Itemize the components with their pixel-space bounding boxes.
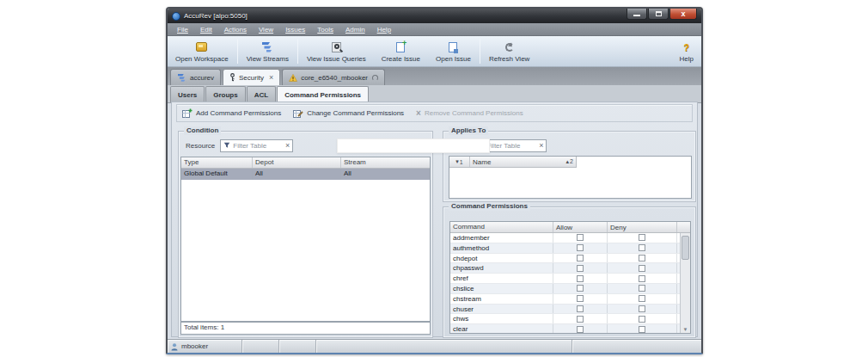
streams-icon xyxy=(177,74,186,82)
menu-tools[interactable]: Tools xyxy=(311,26,339,34)
condition-group: Condition Resource Filter Table × Type D… xyxy=(178,131,433,338)
menu-admin[interactable]: Admin xyxy=(339,26,371,34)
column-stream[interactable]: Stream xyxy=(341,157,430,168)
change-command-permissions-button[interactable]: Change Command Permissions xyxy=(293,108,404,118)
streams-icon xyxy=(261,41,273,53)
filter-clear-icon[interactable]: × xyxy=(285,142,290,150)
deny-checkbox[interactable] xyxy=(639,316,645,323)
tab-close-icon[interactable]: × xyxy=(269,74,273,82)
view-tab-bar: accurev Security × core_e6540_mbooker xyxy=(168,67,701,85)
command-row[interactable]: chws xyxy=(450,314,690,324)
allow-checkbox[interactable] xyxy=(577,234,584,241)
deny-checkbox[interactable] xyxy=(639,285,645,292)
remove-command-permissions-button[interactable]: × Remove Command Permissions xyxy=(416,108,523,118)
add-command-permissions-button[interactable]: Add Command Permissions xyxy=(182,108,281,118)
applies-to-table-header: ▾ 1 Name ▴ 2 xyxy=(449,157,577,168)
vertical-scrollbar[interactable]: ▼ xyxy=(680,233,690,333)
maximize-button[interactable] xyxy=(648,9,669,20)
menu-help[interactable]: Help xyxy=(371,26,397,34)
column-deny[interactable]: Deny xyxy=(608,222,677,232)
tab-accurev[interactable]: accurev xyxy=(170,69,221,85)
allow-checkbox[interactable] xyxy=(577,255,584,262)
command-permissions-table: Command Allow Deny addmember authmethod … xyxy=(449,221,691,334)
deny-checkbox[interactable] xyxy=(639,305,645,312)
condition-group-title: Condition xyxy=(184,126,221,135)
open-issue-icon xyxy=(449,42,457,52)
command-row[interactable]: chpasswd xyxy=(450,263,690,274)
open-issue-button[interactable]: Open Issue xyxy=(428,36,479,66)
add-icon xyxy=(182,108,193,118)
tab-security[interactable]: Security × xyxy=(223,69,280,85)
subtab-users[interactable]: Users xyxy=(170,86,205,102)
command-row[interactable]: authmethod xyxy=(450,243,690,254)
allow-checkbox[interactable] xyxy=(577,285,584,292)
column-name[interactable]: Name ▴ 2 xyxy=(470,157,576,167)
toolbar-separator xyxy=(237,39,238,64)
subtab-acl[interactable]: ACL xyxy=(247,86,276,102)
allow-checkbox[interactable] xyxy=(577,316,584,323)
permissions-action-bar: Add Command Permissions Change Command P… xyxy=(176,104,693,122)
view-streams-button[interactable]: View Streams xyxy=(239,36,296,66)
deny-checkbox[interactable] xyxy=(639,326,645,333)
open-workspace-button[interactable]: Open Workspace xyxy=(168,36,236,66)
command-row[interactable]: chdepot xyxy=(450,254,690,264)
command-row[interactable]: chuser xyxy=(450,305,690,315)
view-issue-queries-button[interactable]: View Issue Queries xyxy=(299,36,374,66)
menu-issues[interactable]: Issues xyxy=(279,26,311,34)
sort-icon: ▾ xyxy=(455,158,459,165)
total-items-status: Total items: 1 xyxy=(180,322,431,335)
allow-checkbox[interactable] xyxy=(577,326,584,333)
column-allow[interactable]: Allow xyxy=(553,222,608,232)
deny-checkbox[interactable] xyxy=(639,275,645,282)
tab-core-workspace[interactable]: core_e6540_mbooker xyxy=(282,69,385,85)
condition-row-global-default[interactable]: Global Default All All xyxy=(181,169,430,180)
toolbar-separator xyxy=(480,39,480,64)
deny-checkbox[interactable] xyxy=(639,244,645,251)
command-permissions-header: Command Allow Deny xyxy=(450,222,690,233)
column-depot[interactable]: Depot xyxy=(253,157,341,168)
subtab-command-permissions[interactable]: Command Permissions xyxy=(277,86,369,102)
tab-refresh-icon[interactable] xyxy=(372,75,378,81)
column-command[interactable]: Command xyxy=(450,222,553,232)
deny-checkbox[interactable] xyxy=(639,255,645,262)
window-title: AccuRev [alpo:5050] xyxy=(184,12,248,20)
sort-order-column[interactable]: ▾ 1 xyxy=(449,157,470,167)
help-button[interactable]: ? Help xyxy=(672,36,701,66)
close-button[interactable]: x xyxy=(669,9,697,20)
deny-checkbox[interactable] xyxy=(639,234,645,241)
main-toolbar: Open Workspace View Streams View Issue Q… xyxy=(168,36,701,67)
resource-label: Resource xyxy=(186,142,215,150)
deny-checkbox[interactable] xyxy=(639,295,645,302)
deny-checkbox[interactable] xyxy=(639,265,645,272)
command-row[interactable]: addmember xyxy=(450,233,690,243)
refresh-view-button[interactable]: Refresh View xyxy=(481,36,537,66)
command-row[interactable]: clear xyxy=(450,324,690,334)
toolbar-separator xyxy=(297,39,298,64)
maximize-icon xyxy=(656,11,662,16)
menu-file[interactable]: File xyxy=(171,26,194,34)
command-permissions-group: Command Permissions Command Allow Deny a… xyxy=(443,206,696,338)
allow-checkbox[interactable] xyxy=(577,295,584,302)
subtab-groups[interactable]: Groups xyxy=(205,86,245,102)
command-row[interactable]: chstream xyxy=(450,294,690,305)
allow-checkbox[interactable] xyxy=(577,305,584,312)
scroll-down-icon[interactable]: ▼ xyxy=(681,327,690,332)
command-permissions-group-title: Command Permissions xyxy=(449,202,530,211)
command-row[interactable]: chslice xyxy=(450,284,690,294)
menu-edit[interactable]: Edit xyxy=(194,26,218,34)
allow-checkbox[interactable] xyxy=(577,244,584,251)
warning-icon xyxy=(289,74,297,82)
condition-filter-input[interactable]: Filter Table × xyxy=(220,139,293,152)
filter-clear-icon[interactable]: × xyxy=(539,142,543,150)
create-issue-button[interactable]: + Create Issue xyxy=(374,36,428,66)
minimize-button[interactable] xyxy=(627,9,647,20)
status-segment xyxy=(242,340,279,353)
menu-view[interactable]: View xyxy=(253,26,279,34)
allow-checkbox[interactable] xyxy=(577,265,584,272)
command-row[interactable]: chref xyxy=(450,274,690,284)
security-subtab-bar: Users Groups ACL Command Permissions xyxy=(168,85,701,103)
column-type[interactable]: Type xyxy=(181,157,253,168)
menu-actions[interactable]: Actions xyxy=(218,26,253,34)
scrollbar-thumb[interactable] xyxy=(682,236,689,260)
allow-checkbox[interactable] xyxy=(577,275,584,282)
